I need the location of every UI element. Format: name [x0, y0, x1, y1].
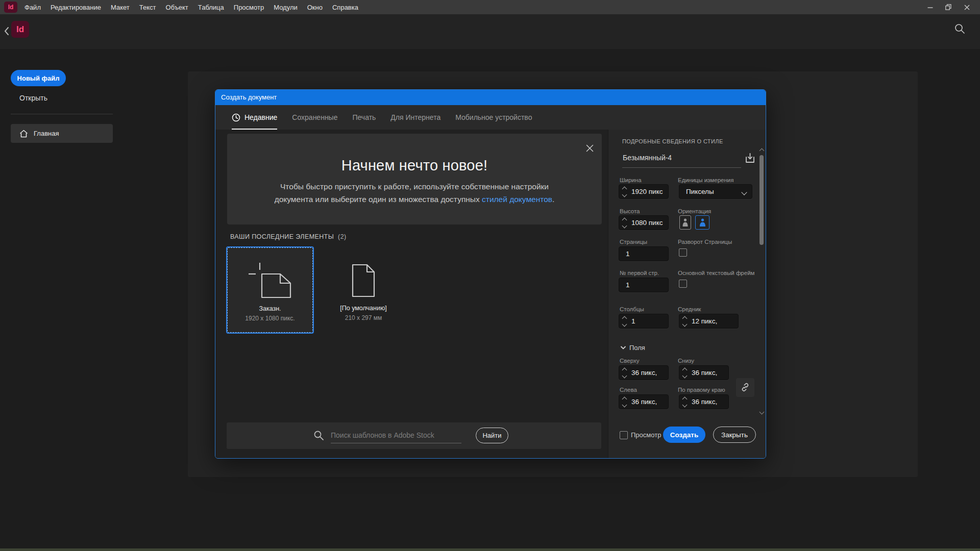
menu-window[interactable]: Окно — [307, 4, 323, 11]
margin-left-input[interactable]: 36 пикс, — [619, 394, 669, 409]
stepper-up-icon — [682, 316, 687, 321]
margin-bottom-value: 36 пикс, — [692, 369, 717, 377]
save-preset-button[interactable] — [744, 153, 756, 164]
clock-icon — [232, 113, 240, 122]
stepper-down-icon — [622, 223, 627, 228]
create-button[interactable]: Создать — [663, 427, 705, 443]
scroll-down-icon[interactable] — [760, 410, 765, 415]
link-margins-button[interactable] — [736, 378, 754, 396]
banner-suffix: . — [552, 195, 554, 204]
menu-object[interactable]: Объект — [166, 4, 188, 11]
primary-text-frame-checkbox[interactable] — [679, 280, 687, 288]
menu-view[interactable]: Просмотр — [234, 4, 264, 11]
columns-label: Столбцы — [620, 306, 644, 312]
menu-layout[interactable]: Макет — [111, 4, 130, 11]
menu-bar: Id Файл Редактирование Макет Текст Объек… — [0, 0, 980, 14]
orientation-landscape-button[interactable] — [695, 215, 709, 230]
tab-mobile[interactable]: Мобильное устройство — [455, 105, 532, 130]
stepper-down-icon — [622, 373, 627, 378]
dialog-titlebar: Создать документ — [215, 90, 766, 105]
orientation-portrait-button[interactable] — [679, 215, 691, 230]
gutter-input[interactable]: 12 пикс, — [679, 314, 739, 329]
preview-checkbox[interactable] — [620, 431, 628, 439]
scroll-up-icon[interactable] — [760, 148, 765, 154]
stepper-down-icon — [682, 321, 687, 327]
preset-details-panel: ПОДРОБНЫЕ СВЕДЕНИЯ О СТИЛЕ Безымянный-4 … — [608, 130, 766, 458]
height-input[interactable]: 1080 пикс — [619, 215, 669, 230]
margin-bottom-input[interactable]: 36 пикс, — [679, 365, 729, 380]
margins-heading: Поля — [629, 344, 645, 352]
preset-name-field[interactable]: Безымянный-4 — [623, 154, 672, 162]
restore-button[interactable] — [939, 0, 958, 14]
start-page-input[interactable]: 1 — [619, 278, 669, 292]
taskbar-edge — [0, 548, 980, 551]
menu-plugins[interactable]: Модули — [274, 4, 298, 11]
tab-label: Сохраненные — [292, 113, 337, 121]
facing-pages-checkbox[interactable] — [679, 248, 687, 257]
stepper-arrows[interactable] — [619, 366, 629, 380]
stepper-arrows[interactable] — [619, 314, 629, 328]
sidebar-item-home[interactable]: Главная — [11, 124, 113, 143]
menu-edit[interactable]: Редактирование — [51, 4, 101, 11]
units-dropdown[interactable]: Пикселы — [679, 184, 752, 199]
preset-name-underline — [622, 167, 741, 168]
stepper-arrows[interactable] — [679, 366, 690, 380]
recent-item-custom[interactable]: Заказн. 980 x 551 пикс. — [227, 247, 313, 333]
sidebar-divider — [11, 114, 113, 114]
menu-file[interactable]: Файл — [24, 4, 41, 11]
banner-line1: Чтобы быстро приступить к работе, исполь… — [280, 182, 549, 191]
scrollbar-thumb[interactable] — [760, 155, 764, 245]
stepper-up-icon — [622, 217, 627, 222]
menu-table[interactable]: Таблица — [198, 4, 224, 11]
gutter-value: 12 пикс, — [692, 317, 717, 325]
start-page-label: № первой стр. — [620, 270, 659, 276]
margin-right-input[interactable]: 36 пикс, — [679, 394, 729, 409]
new-file-button[interactable]: Новый файл — [11, 70, 66, 86]
stepper-down-icon — [622, 402, 627, 407]
margin-top-input[interactable]: 36 пикс, — [619, 365, 669, 380]
stepper-up-icon — [622, 316, 627, 321]
minimize-button[interactable] — [921, 0, 939, 14]
stepper-up-icon — [622, 396, 627, 402]
width-value: 1920 пикс — [631, 188, 663, 195]
stepper-arrows[interactable] — [679, 314, 690, 328]
recent-item-default[interactable]: [По умолчанию] 210 x 297 мм — [321, 247, 406, 333]
recent-items-heading: ВАШИ ПОСЛЕДНИЕ ЭЛЕМЕНТЫ(2) — [230, 233, 347, 240]
template-search-bar: Найти — [227, 422, 601, 449]
close-icon — [586, 144, 594, 152]
margins-section-toggle[interactable]: Поля — [621, 344, 645, 352]
columns-input[interactable]: 1 — [619, 314, 669, 329]
banner-close-button[interactable] — [586, 144, 594, 152]
margin-left-label: Слева — [620, 387, 637, 393]
close-dialog-button[interactable]: Закрыть — [713, 427, 756, 443]
back-icon — [4, 27, 9, 36]
tab-saved[interactable]: Сохраненные — [292, 105, 337, 130]
find-button[interactable]: Найти — [476, 428, 508, 443]
stepper-arrows[interactable] — [679, 395, 690, 409]
stepper-arrows[interactable] — [619, 395, 629, 409]
recent-count: (2) — [338, 233, 346, 240]
pages-value: 1 — [626, 250, 630, 258]
pages-input[interactable]: 1 — [619, 246, 669, 261]
menu-help[interactable]: Справка — [332, 4, 358, 11]
stepper-down-icon — [682, 373, 687, 378]
header-search-button[interactable] — [953, 22, 966, 35]
stepper-arrows[interactable] — [619, 216, 629, 230]
tab-recent[interactable]: Недавние — [232, 105, 277, 130]
search-icon — [953, 22, 966, 35]
gutter-label: Средник — [678, 306, 701, 312]
stepper-down-icon — [622, 192, 627, 197]
close-button[interactable] — [958, 0, 976, 14]
stepper-arrows[interactable] — [619, 185, 629, 198]
document-presets-link[interactable]: стилей документов — [482, 195, 552, 204]
panel-scrollbar[interactable] — [760, 149, 764, 414]
back-button[interactable] — [4, 27, 9, 36]
menu-items: Файл Редактирование Макет Текст Объект Т… — [24, 4, 358, 11]
tab-web[interactable]: Для Интернета — [390, 105, 440, 130]
template-search-input[interactable] — [331, 428, 461, 443]
open-button[interactable]: Открыть — [19, 94, 47, 102]
width-input[interactable]: 1920 пикс — [619, 184, 669, 199]
menu-type[interactable]: Текст — [139, 4, 156, 11]
tab-print[interactable]: Печать — [352, 105, 376, 130]
recent-heading-text: ВАШИ ПОСЛЕДНИЕ ЭЛЕМЕНТЫ — [230, 233, 334, 240]
